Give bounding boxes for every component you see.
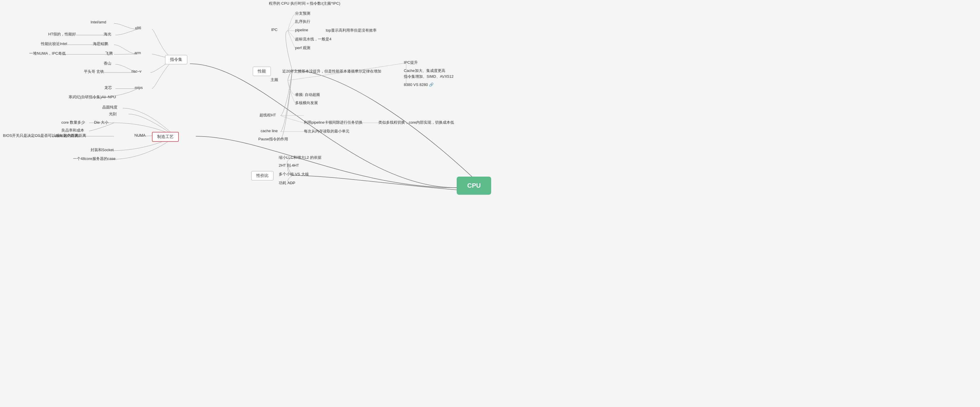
xingneng-bi-label: 性能比较近Intel — [41, 41, 67, 46]
intel-amd-label: Intel/amd — [91, 20, 106, 24]
node-chao-xiancheng: 超线程HT — [259, 113, 276, 118]
haiguang-label: 海光 — [104, 32, 111, 36]
node-chaobiao-liushuixian: 超标流水线，一般是4 — [295, 37, 331, 42]
2ht-4ht-label: 2HT 到 4HT — [279, 163, 299, 168]
core-count-label: core 数量多少 — [61, 120, 85, 124]
node-cpu-exec-time: 程序的 CPU 执行时间 = 指令数/(主频*IPC) — [269, 1, 340, 6]
20year-label: 近20年主频基本没提升，但是性能基本遵循摩尔定律在增加 — [282, 69, 381, 73]
leisi-label: 类似多线程切换，core内部实现，切换成本低 — [379, 120, 454, 124]
zhupin-label: 主频 — [270, 78, 278, 82]
node-duohe-fanzhan: 多核横向发展 — [295, 100, 318, 105]
node-haisi-kunpeng: 海思鲲鹏 — [93, 41, 108, 46]
48core-label: 一个48core服务器的case — [73, 156, 115, 161]
node-mips: mips — [135, 85, 143, 90]
suoxiao-llc-label: 缩小LLC和增大L2 的依据 — [279, 155, 321, 160]
node-ipc: IPC — [271, 27, 278, 32]
cpu-exec-time-label: 程序的 CPU 执行时间 = 指令数/(主频*IPC) — [269, 1, 340, 6]
node-fenzhi-yuce: 分支预测 — [295, 11, 310, 16]
arm-label: arm — [134, 51, 141, 55]
haisi-label: 海思鲲鹏 — [93, 41, 108, 46]
node-pipeline: pipeline — [295, 28, 308, 32]
node-x86: x86 — [135, 26, 141, 30]
node-top-display: top显示高利用率但是没有效率 — [326, 28, 377, 33]
node-liangpinlv: 良品率和成本 — [61, 128, 84, 133]
fenzhi-yuce-label: 分支预测 — [295, 11, 310, 16]
8380-link-icon[interactable]: 🔗 — [429, 83, 434, 87]
node-yidui-numa: 一堆NUMA，IPC奇低 — [29, 51, 66, 56]
node-xiangshan: 香山 — [104, 61, 111, 66]
luanxu-label: 乱序执行 — [295, 19, 310, 24]
gonghao-adp-label: 功耗 ADP — [279, 181, 295, 185]
ht-fake-label: HT假的，性能好 — [48, 32, 76, 36]
node-core-count: core 数量多少 — [61, 120, 85, 125]
zhiling-ji-label: 指令集 — [165, 55, 187, 64]
top-display-label: top显示高利用率但是没有效率 — [326, 28, 377, 32]
cpu-label: CPU — [457, 177, 491, 195]
pause-label: Pause指令的作用 — [258, 137, 288, 141]
node-zhizao-gongyi: 制造工艺 — [152, 132, 179, 142]
guangke-label: 光刻 — [109, 112, 116, 116]
fengzhuang-label: 封装和Socket — [91, 148, 114, 152]
xiaoke-dake-label: 多个小核 VS 大核 — [279, 172, 309, 176]
ipc-label: IPC — [271, 27, 278, 32]
node-xingjiaabi: 性价比 — [251, 171, 274, 180]
cambrian-label: 寒武纪(自研指令集)Aii–NPU — [68, 95, 116, 99]
node-meici-neicun: 每次从内存读取的最小单元 — [304, 129, 350, 134]
feiteng-label: 飞腾 — [105, 51, 113, 56]
node-2ht-4ht: 2HT 到 4HT — [279, 163, 299, 168]
8380-label: 8380 VS 8280 — [404, 83, 428, 87]
node-cache-jiadao: Cache加大、集成度更高 — [404, 68, 445, 73]
perf-label: perf 观测 — [295, 46, 310, 50]
chaobiao-label: 超标流水线，一般是4 — [295, 37, 331, 41]
node-luanxu-zhixing: 乱序执行 — [295, 19, 310, 24]
duohe-label: 多核横向发展 — [295, 101, 318, 105]
node-zhiling-ji: 指令集 — [165, 55, 187, 64]
node-arm: arm — [134, 51, 141, 55]
node-loongson: 龙芯 — [104, 85, 112, 90]
node-20year-zhupin: 近20年主频基本没提升，但是性能基本遵循摩尔定律在增加 — [282, 69, 381, 74]
node-cache-line: cache line — [261, 129, 278, 133]
node-cambrian: 寒武纪(自研指令集)Aii–NPU — [68, 94, 116, 100]
bios-label: BIOS开关只是决定OS是否可以感知这个距离 — [3, 133, 78, 138]
ipc-tisheng-label: IPC提升 — [404, 60, 418, 65]
center-node: CPU — [457, 177, 491, 195]
node-die-size: Die 大小 — [94, 120, 108, 125]
numa-label: NUMA — [134, 133, 145, 137]
meici-label: 每次从内存读取的最小单元 — [304, 129, 350, 133]
node-48core-server: 一个48core服务器的case — [73, 156, 115, 161]
pipeline-label: pipeline — [295, 28, 308, 32]
ruipin-label: 睿频: 自动超频 — [295, 93, 320, 97]
node-8380-vs-8280: 8380 VS 8280 🔗 — [404, 83, 434, 87]
cache-line-label: cache line — [261, 129, 278, 133]
zhizao-gongyi-label: 制造工艺 — [152, 132, 179, 142]
risc-v-label: risc–v — [132, 69, 142, 73]
die-size-label: Die 大小 — [94, 120, 108, 124]
yidui-numa-label: 一堆NUMA，IPC奇低 — [29, 51, 66, 56]
node-haiguang: 海光 — [104, 32, 111, 37]
chao-xiancheng-label: 超线程HT — [259, 113, 276, 117]
node-fengzhuang: 封装和Socket — [91, 147, 114, 153]
node-intel-amd: Intel/amd — [91, 20, 106, 24]
node-perf-guance: perf 观测 — [295, 45, 310, 51]
node-guangke: 光刻 — [109, 112, 116, 117]
cache-jiadao-label: Cache加大、集成度更高 — [404, 69, 445, 73]
node-gonghao-adp: 功耗 ADP — [279, 180, 295, 186]
node-jingyuan-chundu: 晶圆纯度 — [102, 105, 118, 110]
node-xingneng-bi-intel: 性能比较近Intel — [41, 41, 67, 46]
zhiling-zengjia-label: 指令集增加、SIMD、AVX512 — [404, 74, 453, 79]
xiangshan-label: 香山 — [104, 61, 111, 65]
node-bios: BIOS开关只是决定OS是否可以感知这个距离 — [3, 133, 78, 138]
node-zhupin: 主频 — [270, 77, 278, 83]
xingjiaabi-label: 性价比 — [251, 171, 274, 180]
node-liyong-pipeline: 利用pipeline卡顿间隙进行任务切换 — [304, 120, 363, 125]
node-zhiling-zengjia: 指令集增加、SIMD、AVX512 — [404, 74, 453, 79]
pingtougo-label: 平头哥 玄铁 — [84, 69, 104, 74]
node-pingtougo: 平头哥 玄铁 — [84, 69, 104, 74]
node-xiaoke-dake: 多个小核 VS 大核 — [279, 172, 309, 177]
node-suoxiao-llc: 缩小LLC和增大L2 的依据 — [279, 155, 321, 160]
node-numa: NUMA — [134, 133, 145, 137]
node-xingneng: 性能 — [253, 67, 271, 76]
liangpinlv-label: 良品率和成本 — [61, 128, 84, 132]
node-ht-fake: HT假的，性能好 — [48, 32, 76, 37]
x86-label: x86 — [135, 26, 141, 30]
